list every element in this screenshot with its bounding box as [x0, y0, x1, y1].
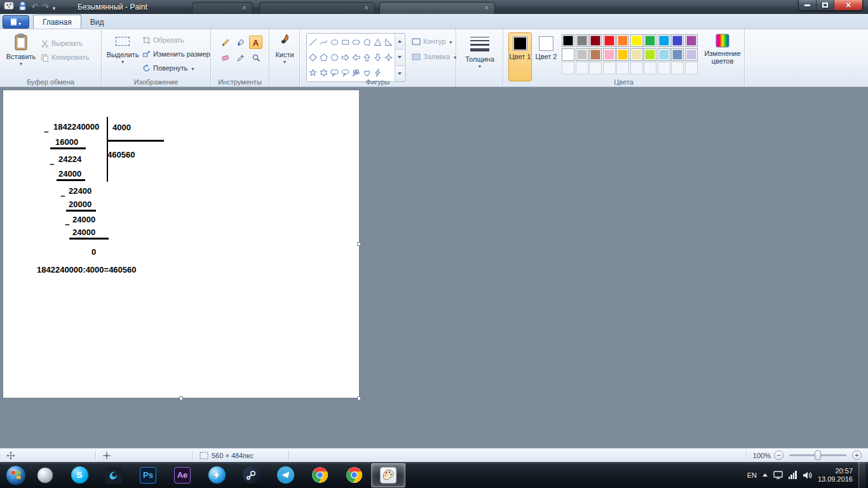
palette-swatch-7f7f7f[interactable] — [576, 34, 588, 47]
hexagon-shape-icon[interactable] — [329, 50, 340, 65]
crop-button[interactable]: Обрезать — [142, 34, 184, 46]
minimize-button[interactable] — [799, 0, 817, 10]
taskbar-item-photoshop[interactable]: Ps — [131, 463, 165, 487]
zoom-in-button[interactable]: + — [852, 451, 862, 460]
color-picker-tool-button[interactable] — [234, 51, 247, 64]
redo-icon[interactable] — [42, 2, 49, 12]
arrow-right-shape-icon[interactable] — [340, 50, 351, 65]
palette-empty-slot[interactable] — [671, 62, 684, 74]
arrow-up-shape-icon[interactable] — [362, 50, 372, 65]
zoom-out-button[interactable]: − — [774, 451, 783, 460]
volume-icon[interactable] — [803, 471, 812, 480]
taskbar-item-telegram[interactable] — [268, 463, 302, 487]
palette-empty-slot[interactable] — [644, 62, 656, 74]
brushes-button[interactable]: Кисти — [271, 32, 298, 78]
star-4-shape-icon[interactable] — [383, 50, 394, 65]
arrow-left-shape-icon[interactable] — [351, 50, 362, 65]
paste-button[interactable]: Вставить — [5, 32, 37, 78]
tab-close-icon[interactable] — [362, 4, 370, 12]
gallery-scroll-up-button[interactable] — [395, 34, 404, 50]
palette-empty-slot[interactable] — [658, 62, 670, 74]
color2-button[interactable]: Цвет 2 — [534, 32, 558, 81]
qat-dropdown-icon[interactable] — [53, 1, 56, 13]
taskbar-item-blue-circle[interactable] — [200, 463, 234, 487]
start-button[interactable] — [4, 463, 28, 487]
triangle-shape-icon[interactable] — [372, 34, 383, 50]
taskbar-item-sphere[interactable] — [28, 463, 62, 487]
text-tool-button[interactable] — [249, 36, 262, 49]
palette-empty-slot[interactable] — [562, 62, 574, 74]
resize-button[interactable]: Изменить размер — [142, 48, 210, 60]
copy-button[interactable]: Копировать — [41, 51, 89, 63]
background-browser-tab[interactable] — [192, 2, 253, 14]
palette-swatch-ffaec9[interactable] — [603, 48, 616, 61]
palette-swatch-000000[interactable] — [562, 34, 574, 47]
fill-tool-button[interactable] — [234, 36, 247, 49]
pentagon-shape-icon[interactable] — [318, 50, 329, 65]
palette-swatch-c3c3c3[interactable] — [576, 48, 588, 61]
line-shape-icon[interactable] — [308, 34, 318, 50]
show-desktop-button[interactable] — [858, 462, 865, 488]
hidden-icons-arrow-icon[interactable] — [763, 473, 768, 477]
rectangle-shape-icon[interactable] — [340, 34, 351, 50]
tab-close-icon[interactable] — [482, 4, 491, 12]
zoom-slider-thumb[interactable] — [815, 451, 821, 460]
color1-button[interactable]: Цвет 1 — [508, 32, 532, 81]
language-indicator[interactable]: EN — [747, 471, 757, 479]
paint-app-icon[interactable] — [4, 1, 14, 13]
close-button[interactable] — [834, 0, 862, 10]
palette-swatch-880015[interactable] — [589, 34, 602, 47]
save-icon[interactable] — [18, 1, 27, 13]
eraser-tool-button[interactable] — [219, 51, 232, 64]
palette-empty-slot[interactable] — [616, 62, 629, 74]
palette-swatch-22b14c[interactable] — [644, 34, 656, 47]
oval-shape-icon[interactable] — [329, 34, 340, 50]
palette-empty-slot[interactable] — [589, 62, 602, 74]
zoom-slider[interactable] — [789, 454, 846, 456]
pencil-tool-button[interactable] — [219, 36, 232, 49]
taskbar-item-swirl[interactable] — [97, 463, 131, 487]
diamond-shape-icon[interactable] — [308, 50, 318, 65]
maximize-button[interactable] — [817, 0, 834, 10]
rotate-button[interactable]: Повернуть — [142, 62, 194, 74]
palette-swatch-00a2e8[interactable] — [658, 34, 670, 47]
palette-empty-slot[interactable] — [630, 62, 643, 74]
shape-fill-button[interactable]: Заливка — [412, 51, 456, 62]
gallery-scroll-down-button[interactable] — [395, 50, 404, 65]
tab-close-icon[interactable] — [240, 4, 248, 12]
palette-empty-slot[interactable] — [603, 62, 616, 74]
palette-swatch-ffc90e[interactable] — [616, 48, 629, 61]
app-menu-button[interactable] — [3, 15, 29, 29]
canvas-resize-handle-corner[interactable] — [357, 396, 361, 400]
palette-swatch-b5e61d[interactable] — [644, 48, 656, 61]
taskbar-item-chrome[interactable] — [302, 463, 337, 487]
palette-swatch-efe4b0[interactable] — [630, 48, 643, 61]
tray-app-icon[interactable] — [773, 471, 783, 479]
select-button[interactable]: Выделить — [105, 32, 140, 78]
palette-swatch-b97a57[interactable] — [589, 48, 602, 61]
palette-swatch-c8bfe7[interactable] — [685, 48, 698, 61]
palette-swatch-3f48cc[interactable] — [671, 34, 684, 47]
rounded-rectangle-shape-icon[interactable] — [351, 34, 362, 50]
palette-swatch-ffffff[interactable] — [562, 48, 574, 61]
edit-colors-button[interactable]: Изменение цветов — [704, 32, 741, 78]
right-triangle-shape-icon[interactable] — [383, 34, 394, 50]
paint-canvas[interactable]: − 1842240000 4000 460560 16000 24224 − 2… — [3, 90, 359, 398]
palette-swatch-7092be[interactable] — [671, 48, 684, 61]
background-browser-tab[interactable] — [379, 2, 495, 14]
taskbar-item-after-effects[interactable]: Ae — [165, 463, 200, 487]
canvas-resize-handle-bottom[interactable] — [179, 396, 183, 400]
size-button[interactable]: Толщина — [465, 32, 494, 78]
taskbar-item-skype[interactable]: S — [62, 463, 97, 487]
background-browser-tab[interactable] — [259, 2, 375, 14]
polygon-shape-icon[interactable] — [362, 34, 372, 50]
magnifier-tool-button[interactable] — [249, 51, 262, 64]
palette-empty-slot[interactable] — [576, 62, 588, 74]
undo-icon[interactable] — [31, 2, 38, 12]
cut-button[interactable]: Вырезать — [41, 37, 83, 49]
palette-swatch-ed1c24[interactable] — [603, 34, 616, 47]
arrow-down-shape-icon[interactable] — [372, 50, 383, 65]
tab-home[interactable]: Главная — [33, 15, 81, 29]
palette-swatch-fff200[interactable] — [630, 34, 643, 47]
palette-swatch-99d9ea[interactable] — [658, 48, 670, 61]
